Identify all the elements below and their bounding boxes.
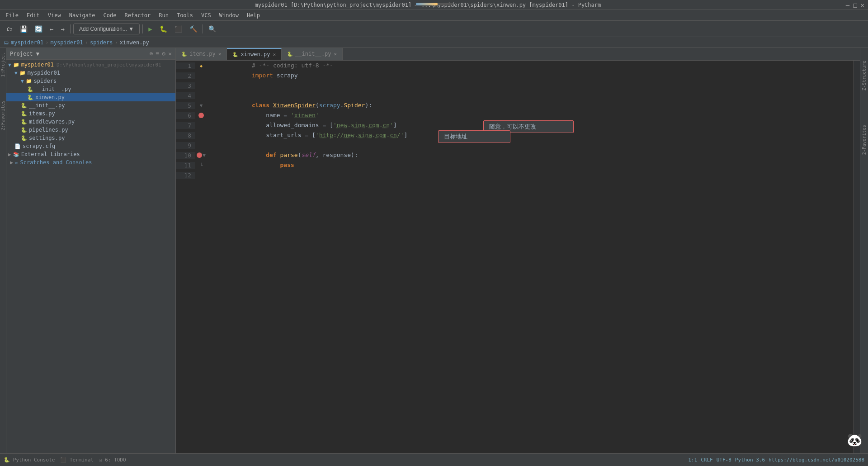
py-file-icon-init-main: 🐍 [21, 103, 27, 109]
editor-area: 🐍 items.py ✕ 🐍 xinwen.py ✕ 🐍 __init__.py… [176, 48, 860, 453]
line-num-4: 4 [176, 92, 195, 99]
breadcrumb-root[interactable]: myspider01 [11, 39, 43, 46]
breadcrumb-folder2[interactable]: spiders [90, 39, 113, 46]
toolbar-folder-icon[interactable]: 🗂 [4, 24, 15, 34]
toolbar-save-icon[interactable]: 💾 [17, 24, 30, 34]
avatar-emoji: 🐼 [847, 433, 863, 447]
spiders-label: spiders [34, 78, 57, 84]
menu-edit[interactable]: Edit [23, 11, 43, 19]
window-controls[interactable]: — □ ✕ [846, 1, 864, 9]
line-num-2: 2 [176, 72, 195, 79]
project-tab-strip[interactable]: 1:Project [0, 50, 6, 80]
menu-view[interactable]: View [44, 11, 65, 19]
minimize-button[interactable]: — [846, 1, 849, 9]
project-panel-header: Project ▼ ⊕ ≡ ⚙ ✕ [6, 48, 175, 60]
tree-file-init-spiders[interactable]: 🐍 __init__.py [6, 85, 175, 93]
py-file-icon-items: 🐍 [21, 111, 27, 117]
pipelines-label: pipelines.py [29, 127, 68, 133]
line-num-12: 12 [176, 172, 195, 179]
items-tab-close[interactable]: ✕ [218, 51, 222, 57]
fold-icon-10: ▼ [203, 152, 206, 158]
gutter-10: ▼ [195, 152, 208, 158]
tree-file-scrapy-cfg[interactable]: 📄 scrapy.cfg [6, 142, 175, 150]
menu-vcs[interactable]: VCS [198, 11, 215, 19]
favorites-tab[interactable]: 2-Favorites [861, 121, 868, 158]
breadcrumb-file[interactable]: xinwen.py [120, 39, 149, 46]
middlewares-label: middlewares.py [29, 119, 75, 125]
menu-bar: File Edit View Navigate Code Refactor Ru… [0, 10, 868, 21]
tree-external-libraries[interactable]: ▶ 📚 External Libraries [6, 150, 175, 158]
toolbar-debug-icon[interactable]: 🐛 [157, 24, 170, 34]
todo-button[interactable]: ☑ 6: TODO [99, 457, 126, 463]
tree-root-myspider01[interactable]: ▼ 📁 myspider01 D:\Python\python_project\… [6, 61, 175, 69]
menu-run[interactable]: Run [155, 11, 172, 19]
tree-file-pipelines[interactable]: 🐍 pipelines.py [6, 126, 175, 134]
url-status: https://blog.csdn.net/u010202588 [769, 457, 864, 463]
cfg-file-icon: 📄 [14, 143, 21, 149]
settings-label: settings.py [29, 135, 65, 141]
tree-file-middlewares[interactable]: 🐍 middlewares.py [6, 118, 175, 126]
toolbar-back-icon[interactable]: ← [47, 24, 56, 34]
tree-file-items[interactable]: 🐍 items.py [6, 109, 175, 118]
gutter-1: ◆ [195, 63, 208, 68]
line-ending: CRLF [701, 457, 713, 463]
project-panel-title: Project ▼ [10, 51, 39, 57]
collapse-icon[interactable]: ≡ [156, 50, 160, 57]
folder-icon: 📁 [13, 62, 19, 68]
code-editor[interactable]: 1 ◆ # -*- coding: utf-8 -*- 2 import scr… [176, 61, 860, 453]
favorites-tab-strip[interactable]: 2:Favorites [0, 98, 6, 133]
settings-icon[interactable]: ⚙ [162, 50, 165, 57]
project-tree: ▼ 📁 myspider01 D:\Python\python_project\… [6, 60, 175, 453]
gutter-5: ▼ [195, 103, 208, 109]
menu-file[interactable]: File [2, 11, 22, 19]
init-tab-label: __init__.py [295, 51, 331, 57]
toolbar-search-icon[interactable]: 🔍 [206, 24, 219, 34]
external-lib-label: External Libraries [21, 151, 80, 157]
toolbar-forward-icon[interactable]: → [58, 24, 67, 34]
menu-navigate[interactable]: Navigate [66, 11, 99, 19]
external-lib-arrow-icon: ▶ [8, 152, 11, 157]
menu-refactor[interactable]: Refactor [121, 11, 154, 19]
tab-init[interactable]: 🐍 __init__.py ✕ [282, 48, 343, 60]
tree-file-xinwen[interactable]: 🐍 xinwen.py [6, 93, 175, 101]
menu-tools[interactable]: Tools [173, 11, 197, 19]
xinwen-tab-icon: 🐍 [232, 52, 238, 57]
maximize-button[interactable]: □ [853, 1, 857, 9]
menu-code[interactable]: Code [100, 11, 120, 19]
toolbar-separator-3 [203, 24, 203, 33]
init-tab-close[interactable]: ✕ [334, 51, 337, 57]
tree-file-settings[interactable]: 🐍 settings.py [6, 134, 175, 142]
toolbar-sync-icon[interactable]: 🔄 [32, 24, 45, 34]
init-spiders-label: __init__.py [35, 86, 71, 92]
subfolder-arrow-icon: ▼ [14, 70, 18, 76]
z-structure-tab[interactable]: Z-Structure [861, 57, 868, 94]
init-main-label: __init__.py [29, 102, 65, 109]
todo-icon: ☑ [99, 457, 102, 463]
progress-fill [416, 3, 438, 5]
tab-items[interactable]: 🐍 items.py ✕ [176, 48, 227, 60]
tree-folder-spiders[interactable]: ▼ 📁 spiders [6, 77, 175, 85]
close-button[interactable]: ✕ [861, 1, 864, 9]
xinwen-tab-close[interactable]: ✕ [273, 52, 276, 57]
python-console-button[interactable]: 🐍 Python Console [4, 457, 55, 463]
breakpoint-6[interactable] [198, 113, 204, 118]
bottom-left-tools: 🐍 Python Console ⬛ Terminal ☑ 6: TODO [4, 457, 126, 463]
terminal-button[interactable]: ⬛ Terminal [60, 457, 94, 463]
tabs-bar: 🐍 items.py ✕ 🐍 xinwen.py ✕ 🐍 __init__.py… [176, 48, 860, 61]
scrapy-cfg-label: scrapy.cfg [23, 143, 55, 149]
menu-window[interactable]: Window [216, 11, 242, 19]
add-configuration-button[interactable]: Add Configuration... ▼ [73, 24, 140, 34]
sync-icon[interactable]: ⊕ [150, 50, 153, 57]
menu-help[interactable]: Help [243, 11, 264, 19]
tree-folder-myspider01[interactable]: ▼ 📁 myspider01 [6, 69, 175, 77]
tab-xinwen[interactable]: 🐍 xinwen.py ✕ [227, 48, 282, 60]
toolbar-run-icon[interactable]: ▶ [146, 24, 155, 34]
toolbar-stop-icon[interactable]: ⬛ [172, 24, 185, 34]
breadcrumb-folder1[interactable]: myspider01 [50, 39, 83, 46]
breakpoint-10[interactable] [197, 152, 202, 158]
close-panel-icon[interactable]: ✕ [168, 50, 172, 57]
tree-file-init-main[interactable]: 🐍 __init__.py [6, 101, 175, 109]
external-lib-icon: 📚 [13, 152, 19, 157]
toolbar-build-icon[interactable]: 🔨 [187, 24, 200, 34]
tree-scratches[interactable]: ▶ ✏ Scratches and Consoles [6, 158, 175, 166]
